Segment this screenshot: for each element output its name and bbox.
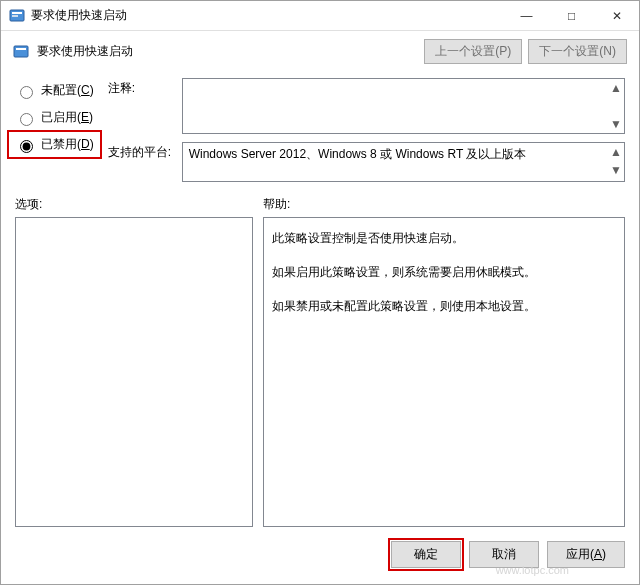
header-title: 要求使用快速启动 xyxy=(37,43,133,60)
radio-disabled-input[interactable] xyxy=(20,140,33,153)
help-paragraph: 此策略设置控制是否使用快速启动。 xyxy=(272,226,616,250)
window-controls: — □ ✕ xyxy=(504,1,639,30)
mid-labels: 选项: 帮助: xyxy=(15,196,625,213)
dialog-window: 要求使用快速启动 — □ ✕ 要求使用快速启动 上一个设置(P) 下一个设置(N… xyxy=(0,0,640,585)
minimize-button[interactable]: — xyxy=(504,1,549,30)
radio-group: 未配置(C) 已启用(E) 已禁用(D) xyxy=(15,78,94,182)
config-row: 未配置(C) 已启用(E) 已禁用(D) 注释: ▲▼ xyxy=(15,78,625,182)
help-label: 帮助: xyxy=(263,196,290,213)
help-pane[interactable]: 此策略设置控制是否使用快速启动。 如果启用此策略设置，则系统需要启用休眠模式。 … xyxy=(263,217,625,527)
platform-text: Windows Server 2012、Windows 8 或 Windows … xyxy=(189,147,527,161)
content-area: 未配置(C) 已启用(E) 已禁用(D) 注释: ▲▼ xyxy=(1,72,639,527)
help-paragraph: 如果禁用或未配置此策略设置，则使用本地设置。 xyxy=(272,294,616,318)
radio-not-configured-input[interactable] xyxy=(20,86,33,99)
footer: 确定 取消 应用(A) www.lotpc.com xyxy=(1,527,639,584)
radio-enabled-input[interactable] xyxy=(20,113,33,126)
policy-icon xyxy=(13,44,29,60)
next-setting-button[interactable]: 下一个设置(N) xyxy=(528,39,627,64)
maximize-button[interactable]: □ xyxy=(549,1,594,30)
ok-button[interactable]: 确定 xyxy=(391,541,461,568)
help-paragraph: 如果启用此策略设置，则系统需要启用休眠模式。 xyxy=(272,260,616,284)
app-icon xyxy=(9,8,25,24)
svg-rect-3 xyxy=(14,46,28,57)
radio-label: 已启用(E) xyxy=(41,109,93,126)
close-button[interactable]: ✕ xyxy=(594,1,639,30)
options-label: 选项: xyxy=(15,196,263,213)
svg-rect-1 xyxy=(12,12,22,14)
platform-label: 支持的平台: xyxy=(108,142,172,161)
svg-rect-2 xyxy=(12,15,18,17)
radio-enabled[interactable]: 已启用(E) xyxy=(15,109,94,126)
radio-not-configured[interactable]: 未配置(C) xyxy=(15,82,94,99)
scrollbar-indicator: ▲▼ xyxy=(610,145,622,179)
titlebar: 要求使用快速启动 — □ ✕ xyxy=(1,1,639,31)
cancel-button[interactable]: 取消 xyxy=(469,541,539,568)
window-title: 要求使用快速启动 xyxy=(31,7,504,24)
apply-button[interactable]: 应用(A) xyxy=(547,541,625,568)
radio-label: 已禁用(D) xyxy=(41,136,94,153)
scrollbar-indicator: ▲▼ xyxy=(610,81,622,131)
options-pane[interactable] xyxy=(15,217,253,527)
panes: 此策略设置控制是否使用快速启动。 如果启用此策略设置，则系统需要启用休眠模式。 … xyxy=(15,217,625,527)
right-column: 注释: ▲▼ 支持的平台: Windows Server 2012、Window… xyxy=(108,78,625,182)
radio-label: 未配置(C) xyxy=(41,82,94,99)
header-row: 要求使用快速启动 上一个设置(P) 下一个设置(N) xyxy=(1,31,639,72)
platform-text-box: Windows Server 2012、Windows 8 或 Windows … xyxy=(182,142,625,182)
comment-row: 注释: ▲▼ xyxy=(108,78,625,134)
svg-rect-4 xyxy=(16,48,26,50)
comment-label: 注释: xyxy=(108,78,172,97)
prev-setting-button[interactable]: 上一个设置(P) xyxy=(424,39,522,64)
platform-row: 支持的平台: Windows Server 2012、Windows 8 或 W… xyxy=(108,142,625,182)
comment-textarea[interactable]: ▲▼ xyxy=(182,78,625,134)
radio-disabled[interactable]: 已禁用(D) xyxy=(7,130,102,159)
nav-buttons: 上一个设置(P) 下一个设置(N) xyxy=(424,39,627,64)
